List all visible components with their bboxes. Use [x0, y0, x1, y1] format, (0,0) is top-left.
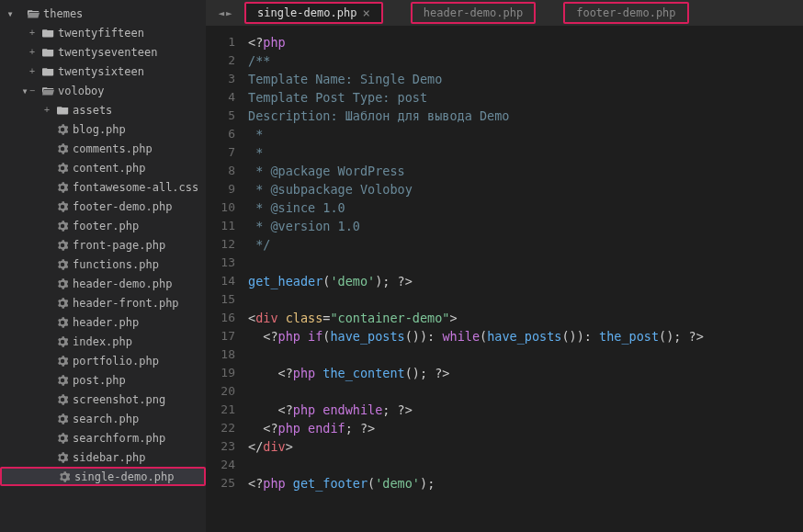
- expand-icon[interactable]: +: [29, 47, 40, 57]
- code-line[interactable]: * @package WordPress: [248, 162, 803, 180]
- line-number: 6: [206, 125, 235, 143]
- tree-item-label: voloboy: [58, 85, 105, 97]
- tree-item-screenshot-png[interactable]: screenshot.png: [0, 390, 206, 409]
- code-line[interactable]: <?php the_content(); ?>: [248, 364, 803, 382]
- tree-item-blog-php[interactable]: blog.php: [0, 119, 206, 139]
- line-number: 25: [206, 474, 235, 492]
- code-line[interactable]: <?php get_footer('demo');: [248, 474, 803, 492]
- expand-icon[interactable]: −: [29, 85, 40, 96]
- tree-item-label: blog.php: [73, 123, 126, 136]
- tree-item-sidebar-php[interactable]: sidebar.php: [0, 447, 206, 467]
- code-line[interactable]: *: [248, 143, 803, 162]
- code-line[interactable]: /**: [248, 51, 803, 70]
- tree-item-content-php[interactable]: content.php: [0, 158, 206, 177]
- file-gear-icon: [55, 317, 70, 328]
- code-line[interactable]: [248, 456, 803, 474]
- tree-item-footer-php[interactable]: footer.php: [0, 216, 206, 235]
- line-number: 19: [206, 364, 235, 382]
- tab-footer-demo-php[interactable]: footer-demo.php: [563, 2, 688, 24]
- tab-nav-arrows[interactable]: ◄ ►: [206, 7, 244, 19]
- folder-icon: [40, 28, 55, 38]
- expand-icon[interactable]: +: [29, 28, 40, 38]
- tab-nav-left-icon[interactable]: ◄: [218, 7, 224, 19]
- line-number: 21: [206, 401, 235, 419]
- tree-item-header-demo-php[interactable]: header-demo.php: [0, 274, 206, 293]
- tab-nav-right-icon[interactable]: ►: [226, 7, 232, 19]
- tree-item-twentyseventeen[interactable]: +twentyseventeen: [0, 42, 206, 62]
- tree-item-post-php[interactable]: post.php: [0, 370, 206, 390]
- code-line[interactable]: [248, 254, 803, 272]
- expand-icon[interactable]: +: [29, 66, 40, 76]
- file-gear-icon: [55, 298, 70, 309]
- line-number: 17: [206, 327, 235, 345]
- tree-item-header-php[interactable]: header.php: [0, 312, 206, 332]
- tree-item-assets[interactable]: +assets: [0, 100, 206, 119]
- tree-item-search-php[interactable]: search.php: [0, 409, 206, 428]
- code-line[interactable]: Template Post Type: post: [248, 88, 803, 107]
- tree-item-twentysixteen[interactable]: +twentysixteen: [0, 62, 206, 81]
- chevron-icon[interactable]: ▾: [6, 7, 15, 20]
- tree-item-label: post.php: [73, 374, 126, 387]
- line-number: 7: [206, 143, 235, 162]
- tree-item-footer-demo-php[interactable]: footer-demo.php: [0, 197, 206, 216]
- tree-item-label: twentysixteen: [58, 65, 144, 78]
- code-line[interactable]: <?php if(have_posts()): while(have_posts…: [248, 327, 803, 345]
- tree-item-label: twentyfifteen: [58, 27, 144, 40]
- tree-item-label: header-front.php: [73, 297, 179, 310]
- tab-label: header-demo.php: [424, 6, 523, 19]
- close-icon[interactable]: ×: [362, 6, 369, 20]
- code-line[interactable]: * @subpackage Voloboy: [248, 180, 803, 198]
- code-line[interactable]: </div>: [248, 437, 803, 456]
- code-content[interactable]: <?php/**Template Name: Single DemoTempla…: [248, 33, 803, 532]
- tree-item-comments-php[interactable]: comments.php: [0, 139, 206, 158]
- tab-header-demo-php[interactable]: header-demo.php: [411, 2, 536, 24]
- tree-item-searchform-php[interactable]: searchform.php: [0, 428, 206, 447]
- file-tree-sidebar[interactable]: ▾themes+twentyfifteen+twentyseventeen+tw…: [0, 0, 206, 532]
- line-number: 5: [206, 107, 235, 125]
- line-number: 14: [206, 272, 235, 290]
- expand-icon[interactable]: +: [44, 105, 55, 115]
- code-line[interactable]: <div class="container-demo">: [248, 309, 803, 327]
- code-line[interactable]: [248, 290, 803, 309]
- code-line[interactable]: <?php endif; ?>: [248, 419, 803, 437]
- tree-item-label: footer.php: [73, 220, 139, 232]
- code-line[interactable]: get_header('demo'); ?>: [248, 272, 803, 290]
- editor-area: ◄ ► single-demo.php×header-demo.phpfoote…: [206, 0, 803, 532]
- tree-item-label: index.php: [73, 335, 132, 348]
- code-line[interactable]: * @since 1.0: [248, 198, 803, 217]
- line-number: 16: [206, 309, 235, 327]
- line-number-gutter: 1234567891011121314151617181920212223242…: [206, 33, 248, 532]
- tree-item-fontawesome-all-css[interactable]: fontawesome-all.css: [0, 177, 206, 197]
- tree-item-voloboy[interactable]: ▾−voloboy: [0, 81, 206, 100]
- chevron-icon[interactable]: ▾: [20, 85, 29, 97]
- line-number: 15: [206, 290, 235, 309]
- code-line[interactable]: Description: Шаблон для вывода Demo: [248, 107, 803, 125]
- file-gear-icon: [55, 201, 70, 212]
- code-editor[interactable]: 1234567891011121314151617181920212223242…: [206, 26, 803, 532]
- tree-item-header-front-php[interactable]: header-front.php: [0, 293, 206, 312]
- file-gear-icon: [55, 375, 70, 386]
- tree-item-label: themes: [43, 7, 83, 20]
- line-number: 22: [206, 419, 235, 437]
- tree-item-front-page-php[interactable]: front-page.php: [0, 235, 206, 255]
- code-line[interactable]: *: [248, 125, 803, 143]
- tree-item-themes[interactable]: ▾themes: [0, 4, 206, 23]
- tree-item-functions-php[interactable]: functions.php: [0, 255, 206, 274]
- code-line[interactable]: */: [248, 235, 803, 254]
- code-line[interactable]: Template Name: Single Demo: [248, 70, 803, 88]
- file-gear-icon: [57, 471, 72, 482]
- line-number: 8: [206, 162, 235, 180]
- code-line[interactable]: <?php endwhile; ?>: [248, 401, 803, 419]
- tree-item-twentyfifteen[interactable]: +twentyfifteen: [0, 23, 206, 42]
- tree-item-single-demo-php[interactable]: single-demo.php: [0, 467, 206, 486]
- tree-item-index-php[interactable]: index.php: [0, 332, 206, 351]
- code-line[interactable]: [248, 382, 803, 401]
- code-line[interactable]: <?php: [248, 33, 803, 51]
- tab-single-demo-php[interactable]: single-demo.php×: [244, 2, 383, 24]
- code-line[interactable]: * @version 1.0: [248, 217, 803, 235]
- code-line[interactable]: [248, 345, 803, 364]
- file-gear-icon: [55, 413, 70, 424]
- file-gear-icon: [55, 278, 70, 289]
- tree-item-portfolio-php[interactable]: portfolio.php: [0, 351, 206, 370]
- file-gear-icon: [55, 259, 70, 270]
